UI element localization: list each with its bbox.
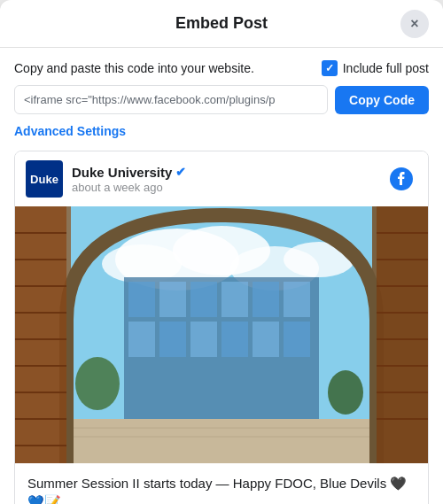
- post-image: [15, 206, 428, 463]
- post-time: about a week ago: [72, 181, 186, 194]
- svg-rect-25: [15, 206, 66, 463]
- post-user-info: Duke Duke University ✔ about a week ago: [26, 160, 186, 198]
- code-row: Copy Code: [14, 85, 429, 114]
- embed-code-input[interactable]: [14, 85, 328, 114]
- post-caption: Summer Session II starts today — Happy F…: [27, 474, 416, 504]
- embed-post-modal: Embed Post × Copy and paste this code in…: [0, 0, 443, 504]
- copy-description: Copy and paste this code into your websi…: [14, 61, 315, 75]
- modal-header: Embed Post ×: [0, 0, 443, 48]
- close-button[interactable]: ×: [400, 10, 429, 38]
- svg-rect-26: [377, 206, 428, 463]
- svg-point-45: [328, 370, 363, 415]
- modal-title: Embed Post: [175, 14, 268, 33]
- include-full-post-option[interactable]: Include full post: [322, 60, 429, 76]
- post-footer: Summer Session II starts today — Happy F…: [15, 463, 428, 504]
- verified-icon: ✔: [175, 165, 186, 179]
- svg-point-44: [75, 357, 120, 410]
- duke-logo: Duke: [26, 160, 63, 198]
- modal-body: Copy and paste this code into your websi…: [0, 48, 443, 504]
- post-header: Duke Duke University ✔ about a week ago: [15, 151, 428, 206]
- copy-row: Copy and paste this code into your websi…: [14, 60, 429, 76]
- post-preview: Duke Duke University ✔ about a week ago: [14, 151, 429, 504]
- include-full-post-checkbox[interactable]: [322, 60, 338, 76]
- post-user-details: Duke University ✔ about a week ago: [72, 165, 186, 194]
- advanced-settings-link[interactable]: Advanced Settings: [14, 124, 126, 138]
- include-full-post-label: Include full post: [343, 61, 429, 75]
- copy-code-button[interactable]: Copy Code: [335, 86, 429, 114]
- post-user-name: Duke University ✔: [72, 165, 186, 180]
- facebook-icon: [385, 163, 417, 195]
